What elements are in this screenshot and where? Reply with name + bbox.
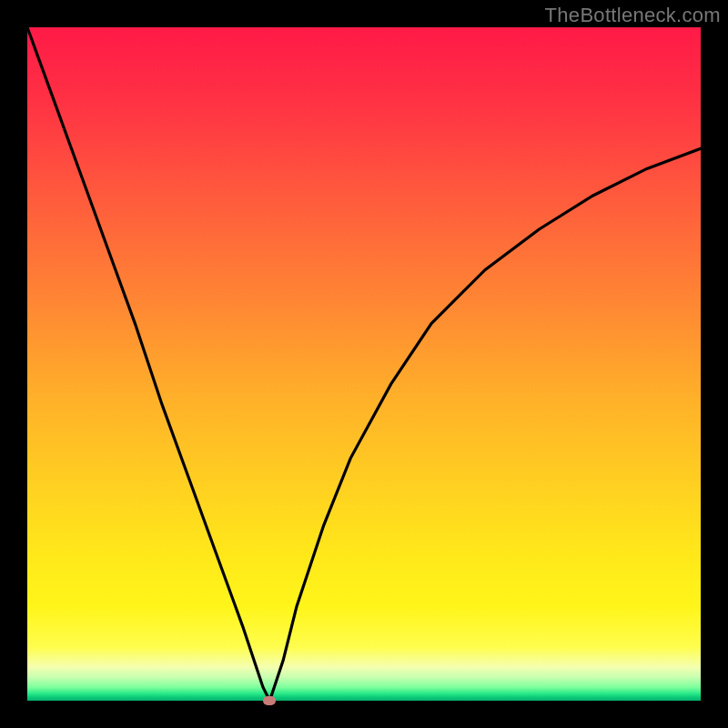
chart-frame: TheBottleneck.com xyxy=(0,0,728,728)
watermark-text: TheBottleneck.com xyxy=(545,4,721,27)
minimum-marker xyxy=(263,696,276,705)
plot-area xyxy=(27,27,701,701)
bottleneck-curve xyxy=(27,27,701,701)
curve-path xyxy=(27,27,701,701)
